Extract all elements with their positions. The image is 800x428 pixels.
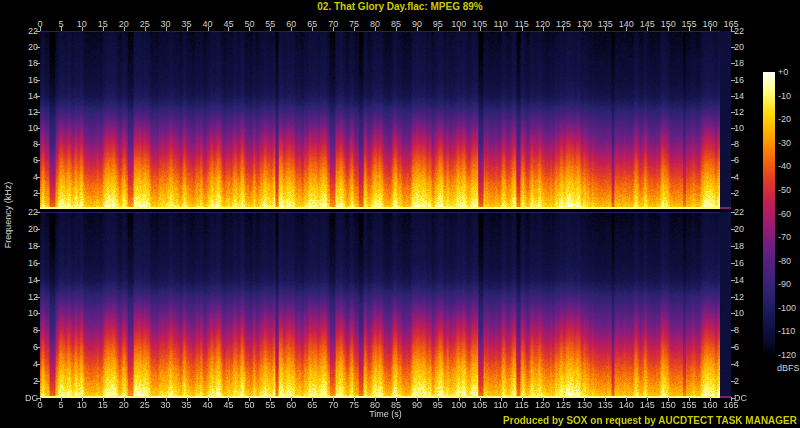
axis-tick xyxy=(354,27,355,31)
freq-tick-label: 16 xyxy=(14,75,38,85)
freq-tick-label: 20 xyxy=(734,42,744,52)
freq-tick-label: DC xyxy=(14,393,38,403)
legend-tick-label: -30 xyxy=(778,138,791,148)
axis-tick xyxy=(459,397,460,401)
axis-tick xyxy=(36,177,40,178)
freq-tick-label: 20 xyxy=(14,224,38,234)
freq-tick-label: 16 xyxy=(14,258,38,268)
axis-tick xyxy=(731,177,735,178)
axis-tick xyxy=(731,144,735,145)
axis-tick xyxy=(731,193,735,194)
axis-tick xyxy=(396,27,397,31)
axis-tick xyxy=(145,27,146,31)
freq-tick-label: DC xyxy=(734,393,747,403)
axis-tick xyxy=(36,398,40,399)
axis-tick xyxy=(270,27,271,31)
axis-tick xyxy=(647,27,648,31)
axis-tick xyxy=(36,112,40,113)
axis-tick xyxy=(731,31,735,32)
axis-tick xyxy=(291,397,292,401)
legend-tick-label: +0 xyxy=(778,67,788,77)
legend-tick-label: -40 xyxy=(778,161,791,171)
axis-tick xyxy=(333,397,334,401)
axis-tick xyxy=(187,27,188,31)
axis-tick xyxy=(36,193,40,194)
axis-tick xyxy=(731,128,735,129)
axis-tick xyxy=(731,347,735,348)
axis-tick xyxy=(480,27,481,31)
axis-tick xyxy=(417,27,418,31)
freq-tick-label: 16 xyxy=(734,258,744,268)
freq-tick-label: 22 xyxy=(734,26,744,36)
axis-tick xyxy=(36,128,40,129)
axis-tick xyxy=(36,212,40,213)
legend-tick-label: -70 xyxy=(778,232,791,242)
axis-tick xyxy=(626,27,627,31)
axis-tick xyxy=(438,27,439,31)
axis-tick xyxy=(36,297,40,298)
freq-tick-label: 20 xyxy=(14,42,38,52)
freq-tick-label: 6 xyxy=(14,155,38,165)
axis-tick xyxy=(82,27,83,31)
freq-tick-label: 18 xyxy=(734,241,744,251)
axis-tick xyxy=(731,63,735,64)
freq-tick-label: 12 xyxy=(14,107,38,117)
freq-tick-label: 2 xyxy=(14,376,38,386)
axis-tick xyxy=(333,27,334,31)
axis-tick xyxy=(731,297,735,298)
axis-tick xyxy=(103,27,104,31)
freq-tick-label: 2 xyxy=(14,188,38,198)
axis-tick xyxy=(291,27,292,31)
axis-tick xyxy=(731,47,735,48)
freq-tick-label: 22 xyxy=(14,207,38,217)
freq-tick-label: 12 xyxy=(734,292,744,302)
axis-tick xyxy=(61,27,62,31)
freq-tick-label: 10 xyxy=(734,123,744,133)
track-title: 02. That Glory Day.flac: MPEG 89% xyxy=(0,1,800,12)
freq-tick-label: 14 xyxy=(14,91,38,101)
freq-tick-label: 14 xyxy=(734,275,744,285)
y-axis-title: Frequency (kHz) xyxy=(3,182,13,249)
legend-tick-label: -120 xyxy=(778,350,796,360)
axis-tick xyxy=(689,27,690,31)
freq-tick-label: 20 xyxy=(734,224,744,234)
axis-tick xyxy=(417,397,418,401)
legend-tick-label: -10 xyxy=(778,91,791,101)
freq-tick-label: 8 xyxy=(14,325,38,335)
axis-tick xyxy=(731,80,735,81)
axis-tick xyxy=(731,263,735,264)
axis-tick xyxy=(270,397,271,401)
axis-tick xyxy=(710,397,711,401)
axis-tick xyxy=(40,27,41,31)
axis-tick xyxy=(480,397,481,401)
dbfs-colorbar xyxy=(763,72,775,355)
axis-tick xyxy=(36,96,40,97)
freq-tick-label: 14 xyxy=(734,91,744,101)
legend-tick-label: -20 xyxy=(778,114,791,124)
axis-tick xyxy=(626,397,627,401)
axis-tick xyxy=(731,160,735,161)
dbfs-unit-label: dBFS xyxy=(777,363,800,373)
freq-tick-label: 12 xyxy=(14,292,38,302)
axis-tick xyxy=(36,280,40,281)
axis-tick xyxy=(249,397,250,401)
freq-tick-label: 10 xyxy=(14,123,38,133)
freq-tick-label: 4 xyxy=(14,172,38,182)
axis-tick xyxy=(36,80,40,81)
axis-tick xyxy=(543,397,544,401)
axis-tick xyxy=(312,27,313,31)
axis-tick xyxy=(36,364,40,365)
legend-tick-label: -80 xyxy=(778,256,791,266)
axis-tick xyxy=(563,397,564,401)
axis-tick xyxy=(375,27,376,31)
axis-tick xyxy=(36,347,40,348)
legend-tick-label: -50 xyxy=(778,185,791,195)
axis-tick xyxy=(166,397,167,401)
axis-tick xyxy=(36,313,40,314)
axis-tick xyxy=(208,27,209,31)
axis-tick xyxy=(36,263,40,264)
legend-tick-label: -100 xyxy=(778,303,796,313)
freq-tick-label: 18 xyxy=(14,241,38,251)
axis-tick xyxy=(731,381,735,382)
freq-tick-label: 16 xyxy=(734,75,744,85)
